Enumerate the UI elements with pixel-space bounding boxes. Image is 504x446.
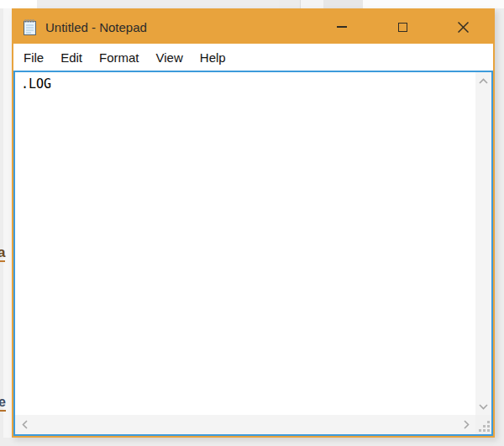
- menu-item-edit[interactable]: Edit: [52, 47, 91, 68]
- background-tab: [279, 0, 301, 8]
- scroll-down-button[interactable]: [475, 400, 491, 413]
- close-icon: [458, 22, 469, 33]
- menu-bar: File Edit Format View Help: [13, 44, 493, 71]
- maximize-icon: [398, 23, 407, 32]
- chevron-down-icon: [479, 404, 488, 410]
- background-text-fragment: e: [0, 396, 6, 412]
- editor-area: .LOG: [13, 71, 493, 436]
- resize-grip-icon: [479, 421, 490, 432]
- menu-item-file[interactable]: File: [15, 47, 52, 68]
- window-controls: [312, 10, 493, 44]
- background-strip: [3, 8, 12, 438]
- title-bar[interactable]: Untitled - Notepad: [13, 10, 493, 44]
- background-tab: [301, 0, 323, 8]
- scroll-up-button[interactable]: [475, 74, 491, 87]
- chevron-left-icon: [22, 420, 28, 429]
- window-title: Untitled - Notepad: [45, 20, 147, 34]
- chevron-up-icon: [479, 78, 488, 84]
- horizontal-scrollbar[interactable]: [15, 415, 475, 434]
- text-area[interactable]: .LOG: [15, 72, 475, 415]
- background-tab: [323, 0, 363, 8]
- vertical-scrollbar[interactable]: [475, 72, 491, 415]
- notepad-icon: [23, 18, 38, 36]
- chevron-right-icon: [464, 420, 470, 429]
- menu-item-help[interactable]: Help: [192, 47, 234, 68]
- notepad-window: Untitled - Notepad File Edit Format View…: [12, 8, 495, 438]
- resize-grip[interactable]: [475, 415, 491, 434]
- background-tab: [363, 0, 504, 8]
- background-block: [0, 0, 37, 8]
- background-text-fragment: a: [0, 245, 5, 262]
- scroll-right-button[interactable]: [459, 415, 473, 434]
- scroll-left-button[interactable]: [18, 415, 31, 434]
- minimize-icon: [337, 26, 347, 28]
- maximize-button[interactable]: [372, 10, 433, 44]
- close-button[interactable]: [433, 10, 493, 44]
- minimize-button[interactable]: [312, 10, 372, 44]
- menu-item-view[interactable]: View: [148, 47, 192, 68]
- menu-item-format[interactable]: Format: [91, 47, 148, 68]
